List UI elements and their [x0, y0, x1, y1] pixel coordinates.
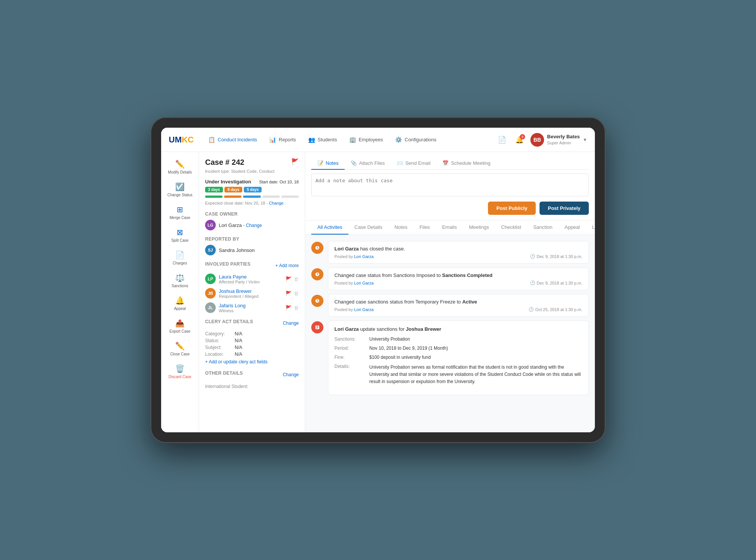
party-delete-laura[interactable]: 🗑 — [294, 276, 299, 282]
sidebar-item-sanctions[interactable]: ⚖️ Sanctions — [163, 270, 197, 291]
nav-reports[interactable]: 📊 Reports — [264, 133, 301, 146]
left-sidebar: ✏️ Modify Details ☑️ Change Status ⊞ Mer… — [161, 152, 199, 432]
activity-time-1: 🕐 Dec 9, 2018 at 1:30 p.m. — [530, 254, 582, 259]
involved-parties-section: Involved Parties + Add more LP Laura Pay… — [205, 261, 299, 313]
appeal-icon: 🔔 — [175, 296, 185, 305]
party-delete-joshua[interactable]: 🗑 — [294, 291, 299, 296]
tab-appeal[interactable]: Appeal — [558, 221, 586, 235]
progress-segment-1 — [205, 196, 223, 198]
tab-schedule-meeting[interactable]: 📅 Schedule Meeting — [436, 157, 496, 170]
status-section: Under Investigation Start date: Oct 10, … — [205, 179, 299, 205]
sidebar-item-charges[interactable]: 📄 Charges — [163, 247, 197, 269]
user-area[interactable]: BB Beverly Bates Super Admin ▼ — [530, 133, 587, 147]
party-flag-joshua[interactable]: 🚩 — [285, 291, 292, 296]
party-actions-laura: 🚩 🗑 — [285, 276, 299, 282]
tab-emails[interactable]: Emails — [436, 221, 463, 235]
activity-dot-4 — [311, 321, 323, 333]
sanction-header: Lori Garza update sanctions for Joshua B… — [334, 326, 582, 332]
tab-checklist[interactable]: Checklist — [495, 221, 527, 235]
party-flag-jafaris[interactable]: 🚩 — [285, 305, 292, 311]
tab-case-details[interactable]: Case Details — [348, 221, 389, 235]
status-row: Under Investigation Start date: Oct 10, … — [205, 179, 299, 185]
right-panel: 📝 Notes 📎 Attach Files ✉️ Send Email — [305, 152, 595, 432]
party-delete-jafaris[interactable]: 🗑 — [294, 305, 299, 311]
note-textarea[interactable] — [311, 174, 589, 196]
expected-close-date: Expected close date: Nov 20, 18 - Change — [205, 201, 299, 205]
sidebar-item-split-case[interactable]: ⊠ Split Case — [163, 225, 197, 246]
progress-segment-4 — [262, 196, 280, 198]
tab-files[interactable]: Files — [413, 221, 436, 235]
party-avatar-joshua: JB — [205, 288, 216, 299]
nav-students[interactable]: 👥 Students — [303, 133, 342, 146]
involved-title: Involved Parties — [205, 261, 251, 267]
tab-send-email[interactable]: ✉️ Send Email — [391, 157, 436, 170]
badge-5days: 5 days — [244, 187, 262, 192]
reported-by-section: Reported by SJ Sandra Johnson — [205, 236, 299, 255]
tab-notes[interactable]: 📝 Notes — [311, 157, 345, 170]
tab-sanction[interactable]: Sanction — [527, 221, 558, 235]
owner-change-link[interactable]: - Change — [243, 223, 262, 228]
tab-log[interactable]: Log — [586, 221, 595, 235]
badge-8days: 8 days — [224, 187, 242, 192]
change-date-link[interactable]: Change — [269, 201, 284, 205]
tab-meetings[interactable]: Meetings — [463, 221, 495, 235]
clery-section: Clery Act Details Change Category: N/A S… — [205, 319, 299, 364]
notification-button[interactable]: 🔔 9 — [513, 133, 526, 146]
activity-dot-1 — [311, 242, 323, 254]
clery-status: Status: N/A — [205, 338, 299, 343]
sidebar-item-modify-details[interactable]: ✏️ Modify Details — [163, 156, 197, 178]
sidebar-item-appeal[interactable]: 🔔 Appeal — [163, 293, 197, 314]
document-icon: 📄 — [498, 136, 506, 144]
sanction-row-details: Details: University Probation serves as … — [334, 364, 582, 386]
other-international: International Student: — [205, 383, 299, 389]
party-name-jafaris[interactable]: Jafaris Long — [219, 303, 282, 308]
involved-header: Involved Parties + Add more — [205, 261, 299, 270]
reports-icon: 📊 — [269, 136, 276, 143]
tablet-screen: UMKC 📋 Conduct Incidents 📊 Reports 👥 Stu… — [161, 128, 595, 432]
user-name: Beverly Bates — [547, 134, 580, 140]
sidebar-item-discard-case[interactable]: 🗑️ Discard Case — [163, 361, 197, 382]
nav-conduct-incidents[interactable]: 📋 Conduct Incidents — [203, 133, 262, 146]
sidebar-item-export-case[interactable]: 📤 Export Case — [163, 316, 197, 337]
sidebar-item-merge-case[interactable]: ⊞ Merge Case — [163, 202, 197, 223]
add-more-button[interactable]: + Add more — [275, 263, 299, 268]
incident-type: Incident type: Student Code, Conduct — [205, 169, 299, 174]
configurations-icon: ⚙️ — [395, 136, 402, 143]
flag-icon[interactable]: 🚩 — [291, 158, 299, 165]
other-details-header: Other Details Change — [205, 371, 299, 379]
activity-card-3: Changed case sanctions status from Tempo… — [328, 294, 589, 317]
add-clery-link[interactable]: + Add or update clery act fields — [205, 359, 299, 364]
attach-files-icon: 📎 — [351, 160, 357, 166]
party-avatar-jafaris: JL — [205, 302, 216, 313]
user-avatar: BB — [530, 133, 544, 147]
top-nav: UMKC 📋 Conduct Incidents 📊 Reports 👥 Stu… — [161, 128, 595, 152]
owner-row: LG Lori Garza - Change — [205, 220, 299, 230]
activity-item-4: Lori Garza update sanctions for Joshua B… — [311, 321, 589, 395]
party-name-joshua[interactable]: Joshua Brewer — [219, 288, 282, 294]
party-flag-laura[interactable]: 🚩 — [285, 276, 292, 282]
activity-meta-1: Posted by Lori Garza 🕐 Dec 9, 2018 at 1:… — [334, 254, 582, 259]
party-info-jafaris: Jafaris Long Witness — [219, 303, 282, 313]
sidebar-item-change-status[interactable]: ☑️ Change Status — [163, 179, 197, 200]
party-name-laura[interactable]: Laura Payne — [219, 274, 282, 280]
sidebar-item-close-case[interactable]: ✏️ Close Case — [163, 338, 197, 360]
tab-attach-files[interactable]: 📎 Attach Files — [345, 157, 391, 170]
nav-employees[interactable]: 🏢 Employees — [344, 133, 388, 146]
user-role: Super Admin — [547, 140, 580, 145]
sanction-row-period: Period: Nov 10, 2018 to Dec 9, 2019 (1 M… — [334, 346, 582, 351]
other-change-link[interactable]: Change — [283, 372, 299, 377]
post-privately-button[interactable]: Post Privately — [540, 202, 589, 215]
party-role-jafaris: Witness — [219, 308, 282, 313]
document-button[interactable]: 📄 — [496, 133, 508, 146]
tab-activity-notes[interactable]: Notes — [388, 221, 413, 235]
start-date: Start date: Oct 10, 18 — [259, 180, 299, 184]
clery-change-link[interactable]: Change — [283, 321, 299, 326]
owner-avatar: LG — [205, 220, 216, 230]
activity-text-1: Lori Garza has closed the case. — [334, 246, 582, 252]
party-avatar-laura: LP — [205, 274, 216, 284]
party-role-laura: Affected Party / Victim — [219, 280, 282, 284]
progress-segment-5 — [281, 196, 299, 198]
nav-configurations[interactable]: ⚙️ Configurations — [390, 133, 442, 146]
tab-all-activities[interactable]: All Activites — [311, 221, 348, 235]
post-publicly-button[interactable]: Post Publicly — [488, 202, 536, 215]
